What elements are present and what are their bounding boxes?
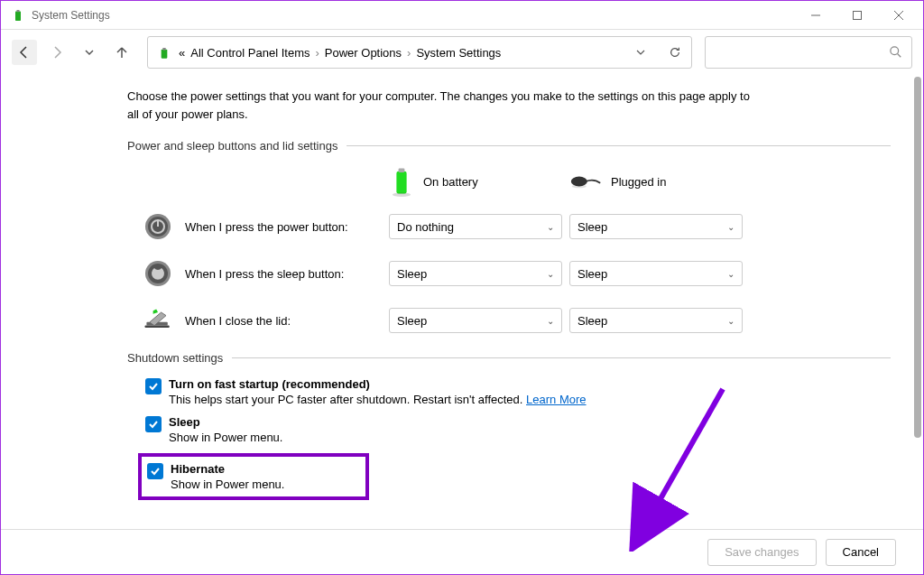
window-controls: [795, 2, 919, 29]
breadcrumb-item[interactable]: All Control Panel Items: [190, 46, 310, 60]
svg-rect-7: [162, 48, 165, 51]
search-input[interactable]: [705, 36, 912, 69]
app-icon: [10, 7, 26, 23]
up-button[interactable]: [109, 40, 134, 65]
option-title: Turn on fast startup (recommended): [169, 377, 587, 391]
row-label: When I close the lid:: [185, 314, 389, 328]
titlebar: System Settings: [1, 1, 923, 30]
close-button[interactable]: [878, 2, 919, 29]
svg-rect-0: [15, 11, 21, 21]
forward-button[interactable]: [44, 40, 69, 65]
row-label: When I press the sleep button:: [185, 267, 389, 281]
svg-rect-6: [162, 50, 168, 59]
option-title: Hibernate: [171, 462, 284, 476]
maximize-button[interactable]: [836, 2, 878, 29]
window-title: System Settings: [32, 9, 795, 22]
minimize-button[interactable]: [795, 2, 836, 29]
intro-text: Choose the power settings that you want …: [127, 88, 759, 123]
mode-label-plugged: Plugged in: [611, 175, 666, 189]
battery-icon: [389, 165, 414, 198]
select-sleep-battery[interactable]: Sleep⌄: [389, 261, 562, 286]
highlight-annotation: Hibernate Show in Power menu.: [138, 453, 369, 500]
section-header-buttons: Power and sleep buttons and lid settings: [127, 139, 891, 153]
svg-rect-10: [396, 172, 406, 194]
row-power-button: When I press the power button: Do nothin…: [127, 210, 891, 243]
scrollbar-thumb[interactable]: [914, 77, 921, 438]
address-dropdown[interactable]: [632, 43, 650, 61]
svg-point-14: [572, 185, 587, 189]
chevron-down-icon: ⌄: [727, 222, 735, 232]
option-title: Sleep: [169, 415, 282, 429]
svg-rect-3: [854, 11, 862, 19]
select-lid-plugged[interactable]: Sleep⌄: [569, 308, 743, 333]
refresh-button[interactable]: [666, 43, 684, 61]
power-button-icon: [142, 210, 174, 243]
option-desc: Show in Power menu.: [169, 431, 282, 444]
select-lid-battery[interactable]: Sleep⌄: [389, 308, 562, 333]
chevron-down-icon: ⌄: [547, 269, 554, 279]
breadcrumb-item[interactable]: System Settings: [416, 46, 501, 60]
option-desc: Show in Power menu.: [171, 478, 284, 491]
toolbar: « All Control Panel Items › Power Option…: [1, 30, 923, 75]
scrollbar[interactable]: [914, 77, 921, 528]
option-desc: This helps start your PC faster after sh…: [169, 393, 587, 406]
row-label: When I press the power button:: [185, 220, 389, 234]
back-button[interactable]: [12, 40, 37, 65]
svg-rect-1: [17, 10, 20, 12]
mode-headers: On battery Plugged in: [127, 165, 891, 198]
breadcrumb-prefix: «: [179, 46, 185, 60]
control-panel-icon: [155, 43, 173, 61]
chevron-down-icon: ⌄: [547, 316, 554, 326]
section-header-shutdown: Shutdown settings: [127, 351, 891, 365]
chevron-right-icon: ›: [407, 46, 411, 60]
checkbox-fast-startup[interactable]: [145, 378, 162, 394]
chevron-down-icon: ⌄: [727, 269, 735, 279]
chevron-right-icon: ›: [315, 46, 319, 60]
chevron-down-icon: ⌄: [727, 316, 735, 326]
svg-point-12: [393, 192, 411, 197]
recent-dropdown[interactable]: [77, 40, 102, 65]
row-close-lid: When I close the lid: Sleep⌄ Sleep⌄: [127, 304, 891, 337]
search-icon: [890, 46, 902, 59]
address-bar[interactable]: « All Control Panel Items › Power Option…: [147, 36, 692, 69]
svg-line-9: [898, 54, 901, 58]
select-power-battery[interactable]: Do nothing⌄: [389, 214, 562, 239]
option-fast-startup: Turn on fast startup (recommended) This …: [145, 377, 891, 406]
svg-point-8: [891, 47, 899, 55]
option-sleep: Sleep Show in Power menu.: [145, 415, 891, 444]
checkbox-sleep[interactable]: [145, 416, 162, 432]
content-area: Choose the power settings that you want …: [1, 75, 923, 529]
svg-rect-22: [145, 325, 170, 328]
row-sleep-button: When I press the sleep button: Sleep⌄ Sl…: [127, 257, 891, 290]
option-hibernate: Hibernate Show in Power menu.: [147, 462, 284, 491]
chevron-down-icon: ⌄: [547, 222, 554, 232]
learn-more-link[interactable]: Learn More: [526, 393, 586, 406]
cancel-button[interactable]: Cancel: [826, 539, 896, 566]
checkbox-hibernate[interactable]: [147, 463, 163, 479]
save-button[interactable]: Save changes: [707, 539, 816, 566]
footer: Save changes Cancel: [1, 529, 923, 574]
plug-icon: [569, 172, 602, 190]
select-power-plugged[interactable]: Sleep⌄: [569, 214, 743, 239]
breadcrumb-item[interactable]: Power Options: [325, 46, 402, 60]
sleep-button-icon: [142, 257, 174, 290]
select-sleep-plugged[interactable]: Sleep⌄: [569, 261, 743, 286]
svg-rect-11: [399, 168, 405, 172]
laptop-lid-icon: [142, 304, 174, 337]
mode-label-battery: On battery: [423, 175, 478, 189]
